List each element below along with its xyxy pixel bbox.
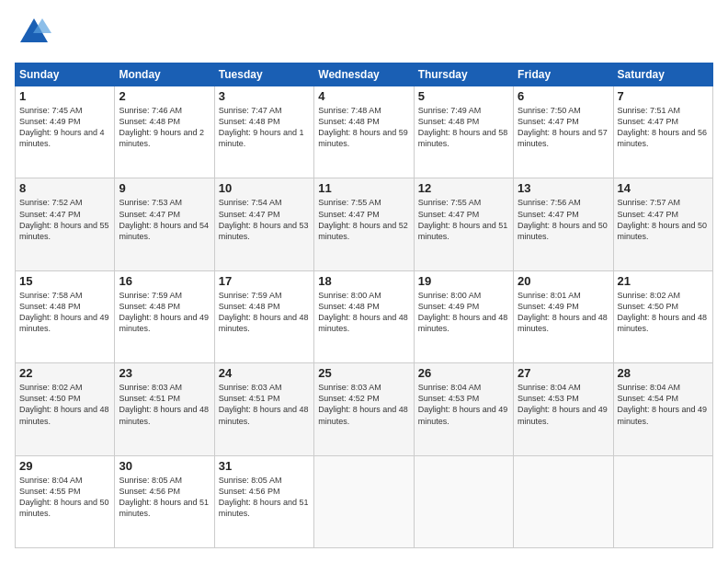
day-number: 29 [19, 459, 110, 473]
calendar-week-2: 8Sunrise: 7:52 AMSunset: 4:47 PMDaylight… [16, 178, 713, 270]
calendar-cell [314, 455, 414, 547]
cell-content: Sunrise: 8:05 AMSunset: 4:56 PMDaylight:… [219, 475, 310, 520]
calendar-cell: 26Sunrise: 8:04 AMSunset: 4:53 PMDayligh… [414, 363, 513, 455]
day-number: 21 [618, 274, 709, 288]
cell-content: Sunrise: 7:46 AMSunset: 4:48 PMDaylight:… [119, 105, 210, 150]
calendar-cell: 28Sunrise: 8:04 AMSunset: 4:54 PMDayligh… [613, 363, 712, 455]
calendar-cell: 24Sunrise: 8:03 AMSunset: 4:51 PMDayligh… [214, 363, 313, 455]
day-number: 24 [219, 366, 310, 380]
calendar-week-1: 1Sunrise: 7:45 AMSunset: 4:49 PMDaylight… [16, 86, 713, 178]
day-number: 26 [418, 366, 509, 380]
day-number: 5 [418, 89, 509, 103]
cell-content: Sunrise: 8:00 AMSunset: 4:49 PMDaylight:… [418, 290, 509, 335]
cell-content: Sunrise: 8:04 AMSunset: 4:53 PMDaylight:… [418, 382, 509, 427]
logo [15, 15, 51, 53]
cell-content: Sunrise: 8:03 AMSunset: 4:51 PMDaylight:… [119, 382, 210, 427]
cell-content: Sunrise: 7:56 AMSunset: 4:47 PMDaylight:… [518, 197, 609, 242]
calendar-header-sunday: Sunday [16, 63, 115, 86]
day-number: 1 [19, 89, 110, 103]
calendar-header-thursday: Thursday [414, 63, 513, 86]
logo-icon [17, 15, 51, 53]
day-number: 22 [19, 366, 110, 380]
calendar-cell: 22Sunrise: 8:02 AMSunset: 4:50 PMDayligh… [16, 363, 115, 455]
day-number: 7 [618, 89, 709, 103]
calendar-cell: 6Sunrise: 7:50 AMSunset: 4:47 PMDaylight… [514, 86, 613, 178]
day-number: 12 [418, 181, 509, 195]
calendar-header-monday: Monday [115, 63, 214, 86]
calendar-table: SundayMondayTuesdayWednesdayThursdayFrid… [15, 63, 713, 548]
calendar-cell: 27Sunrise: 8:04 AMSunset: 4:53 PMDayligh… [514, 363, 613, 455]
cell-content: Sunrise: 7:52 AMSunset: 4:47 PMDaylight:… [19, 197, 110, 242]
day-number: 8 [19, 181, 110, 195]
day-number: 6 [518, 89, 609, 103]
calendar-cell: 23Sunrise: 8:03 AMSunset: 4:51 PMDayligh… [115, 363, 214, 455]
cell-content: Sunrise: 8:00 AMSunset: 4:48 PMDaylight:… [318, 290, 409, 335]
calendar-cell: 31Sunrise: 8:05 AMSunset: 4:56 PMDayligh… [214, 455, 313, 547]
calendar-cell [414, 455, 513, 547]
cell-content: Sunrise: 7:55 AMSunset: 4:47 PMDaylight:… [418, 197, 509, 242]
calendar-cell: 12Sunrise: 7:55 AMSunset: 4:47 PMDayligh… [414, 178, 513, 270]
calendar-cell: 8Sunrise: 7:52 AMSunset: 4:47 PMDaylight… [16, 178, 115, 270]
cell-content: Sunrise: 7:45 AMSunset: 4:49 PMDaylight:… [19, 105, 110, 150]
calendar-header-row: SundayMondayTuesdayWednesdayThursdayFrid… [16, 63, 713, 86]
calendar-cell: 9Sunrise: 7:53 AMSunset: 4:47 PMDaylight… [115, 178, 214, 270]
calendar-cell: 25Sunrise: 8:03 AMSunset: 4:52 PMDayligh… [314, 363, 414, 455]
cell-content: Sunrise: 7:48 AMSunset: 4:48 PMDaylight:… [318, 105, 409, 150]
cell-content: Sunrise: 8:01 AMSunset: 4:49 PMDaylight:… [518, 290, 609, 335]
cell-content: Sunrise: 7:50 AMSunset: 4:47 PMDaylight:… [518, 105, 609, 150]
calendar-cell: 21Sunrise: 8:02 AMSunset: 4:50 PMDayligh… [613, 270, 712, 362]
cell-content: Sunrise: 8:04 AMSunset: 4:54 PMDaylight:… [618, 382, 709, 427]
calendar-cell: 10Sunrise: 7:54 AMSunset: 4:47 PMDayligh… [214, 178, 313, 270]
day-number: 15 [19, 274, 110, 288]
day-number: 14 [618, 181, 709, 195]
cell-content: Sunrise: 8:03 AMSunset: 4:51 PMDaylight:… [219, 382, 310, 427]
cell-content: Sunrise: 8:03 AMSunset: 4:52 PMDaylight:… [318, 382, 409, 427]
calendar-cell [514, 455, 613, 547]
calendar-week-4: 22Sunrise: 8:02 AMSunset: 4:50 PMDayligh… [16, 363, 713, 455]
calendar-cell: 7Sunrise: 7:51 AMSunset: 4:47 PMDaylight… [613, 86, 712, 178]
day-number: 16 [119, 274, 210, 288]
calendar-cell: 1Sunrise: 7:45 AMSunset: 4:49 PMDaylight… [16, 86, 115, 178]
day-number: 3 [219, 89, 310, 103]
day-number: 27 [518, 366, 609, 380]
day-number: 2 [119, 89, 210, 103]
cell-content: Sunrise: 7:58 AMSunset: 4:48 PMDaylight:… [19, 290, 110, 335]
day-number: 17 [219, 274, 310, 288]
calendar-cell: 29Sunrise: 8:04 AMSunset: 4:55 PMDayligh… [16, 455, 115, 547]
cell-content: Sunrise: 7:54 AMSunset: 4:47 PMDaylight:… [219, 197, 310, 242]
cell-content: Sunrise: 7:49 AMSunset: 4:48 PMDaylight:… [418, 105, 509, 150]
header [15, 15, 713, 53]
day-number: 20 [518, 274, 609, 288]
day-number: 28 [618, 366, 709, 380]
calendar-cell: 18Sunrise: 8:00 AMSunset: 4:48 PMDayligh… [314, 270, 414, 362]
cell-content: Sunrise: 8:04 AMSunset: 4:55 PMDaylight:… [19, 475, 110, 520]
day-number: 10 [219, 181, 310, 195]
day-number: 13 [518, 181, 609, 195]
calendar-cell: 11Sunrise: 7:55 AMSunset: 4:47 PMDayligh… [314, 178, 414, 270]
cell-content: Sunrise: 8:04 AMSunset: 4:53 PMDaylight:… [518, 382, 609, 427]
calendar-cell [613, 455, 712, 547]
calendar-week-3: 15Sunrise: 7:58 AMSunset: 4:48 PMDayligh… [16, 270, 713, 362]
calendar-week-5: 29Sunrise: 8:04 AMSunset: 4:55 PMDayligh… [16, 455, 713, 547]
day-number: 31 [219, 459, 310, 473]
cell-content: Sunrise: 7:59 AMSunset: 4:48 PMDaylight:… [219, 290, 310, 335]
calendar-cell: 15Sunrise: 7:58 AMSunset: 4:48 PMDayligh… [16, 270, 115, 362]
calendar-cell: 2Sunrise: 7:46 AMSunset: 4:48 PMDaylight… [115, 86, 214, 178]
cell-content: Sunrise: 7:55 AMSunset: 4:47 PMDaylight:… [318, 197, 409, 242]
day-number: 23 [119, 366, 210, 380]
cell-content: Sunrise: 8:02 AMSunset: 4:50 PMDaylight:… [618, 290, 709, 335]
calendar-cell: 14Sunrise: 7:57 AMSunset: 4:47 PMDayligh… [613, 178, 712, 270]
calendar-header-tuesday: Tuesday [214, 63, 313, 86]
calendar-header-friday: Friday [514, 63, 613, 86]
calendar-cell: 19Sunrise: 8:00 AMSunset: 4:49 PMDayligh… [414, 270, 513, 362]
cell-content: Sunrise: 7:47 AMSunset: 4:48 PMDaylight:… [219, 105, 310, 150]
calendar-cell: 17Sunrise: 7:59 AMSunset: 4:48 PMDayligh… [214, 270, 313, 362]
calendar-cell: 4Sunrise: 7:48 AMSunset: 4:48 PMDaylight… [314, 86, 414, 178]
cell-content: Sunrise: 7:57 AMSunset: 4:47 PMDaylight:… [618, 197, 709, 242]
cell-content: Sunrise: 8:05 AMSunset: 4:56 PMDaylight:… [119, 475, 210, 520]
calendar-header-wednesday: Wednesday [314, 63, 414, 86]
cell-content: Sunrise: 7:51 AMSunset: 4:47 PMDaylight:… [618, 105, 709, 150]
day-number: 18 [318, 274, 409, 288]
calendar-cell: 5Sunrise: 7:49 AMSunset: 4:48 PMDaylight… [414, 86, 513, 178]
cell-content: Sunrise: 7:59 AMSunset: 4:48 PMDaylight:… [119, 290, 210, 335]
